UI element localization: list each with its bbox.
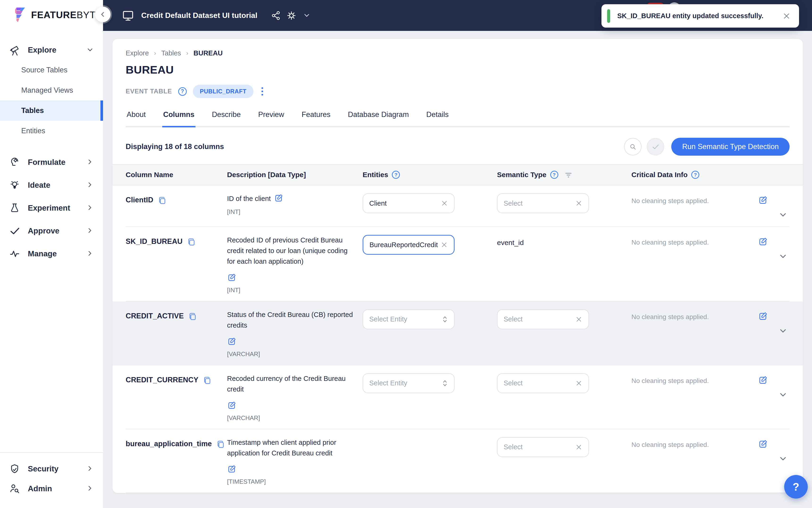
- sidebar-item-ideate[interactable]: Ideate: [0, 175, 103, 195]
- sidebar-item-formulate[interactable]: Formulate: [0, 152, 103, 172]
- sidebar-item-manage[interactable]: Manage: [0, 244, 103, 264]
- gear-icon[interactable]: [286, 10, 297, 21]
- column-header: Description [Data Type]: [227, 171, 363, 179]
- edit-column-icon[interactable]: [758, 195, 768, 205]
- sidebar-item-security[interactable]: Security: [0, 459, 103, 479]
- description-cell: Recoded ID of previous Credit Bureau cre…: [227, 235, 356, 294]
- column-name-cell: ClientID: [126, 194, 227, 219]
- updown-chevron-icon: [442, 315, 448, 323]
- semantic-type-select[interactable]: Select: [497, 194, 589, 213]
- expand-row-icon[interactable]: [779, 252, 787, 261]
- share-icon[interactable]: [271, 10, 281, 21]
- help-icon[interactable]: ?: [550, 171, 558, 179]
- edit-description-icon[interactable]: [227, 464, 236, 474]
- close-icon[interactable]: [782, 12, 791, 20]
- sidebar-item-tables[interactable]: Tables: [0, 100, 103, 121]
- breadcrumb-item[interactable]: Tables: [161, 49, 181, 57]
- edit-column-icon[interactable]: [758, 311, 768, 321]
- copy-icon[interactable]: [187, 237, 196, 246]
- chevron-down-icon[interactable]: [303, 12, 310, 19]
- help-fab-button[interactable]: ?: [784, 475, 808, 499]
- clear-semantic-icon[interactable]: [575, 443, 582, 451]
- workspace-title: Credit Default Dataset UI tutorial: [141, 11, 258, 20]
- copy-icon[interactable]: [216, 439, 225, 449]
- semantic-type-select[interactable]: Select: [497, 437, 589, 457]
- sidebar-item-entities[interactable]: Entities: [0, 121, 103, 141]
- edit-description-icon[interactable]: [227, 401, 236, 410]
- sidebar-item-label: Admin: [28, 484, 87, 493]
- semantic-type-select[interactable]: Select: [497, 373, 589, 393]
- entity-chip[interactable]: Client: [363, 194, 455, 213]
- sidebar-item-managed-views[interactable]: Managed Views: [0, 80, 103, 100]
- help-icon[interactable]: ?: [691, 171, 699, 179]
- edit-description-icon[interactable]: [274, 194, 283, 203]
- sidebar-item-approve[interactable]: Approve: [0, 221, 103, 241]
- sidebar-item-source-tables[interactable]: Source Tables: [0, 60, 103, 80]
- tab-features[interactable]: Features: [301, 111, 331, 127]
- remove-entity-icon[interactable]: [441, 200, 448, 207]
- tab-details[interactable]: Details: [425, 111, 450, 127]
- entity-select[interactable]: Select Entity: [363, 373, 455, 393]
- table-row: bureau_application_time Timestamp when c…: [126, 429, 790, 493]
- column-description: ID of the client: [227, 195, 271, 202]
- semantic-type-select[interactable]: Select: [497, 309, 589, 329]
- edit-column-icon[interactable]: [758, 375, 768, 385]
- shield-icon: [9, 463, 20, 474]
- breadcrumb-separator: ›: [154, 49, 156, 57]
- tab-about[interactable]: About: [126, 111, 147, 127]
- column-name: CREDIT_ACTIVE: [126, 312, 184, 320]
- help-icon[interactable]: ?: [392, 171, 400, 179]
- tab-describe[interactable]: Describe: [211, 111, 242, 127]
- column-header: Column Name: [126, 171, 227, 179]
- column-header: Critical Data Info?: [631, 171, 742, 179]
- critical-data-info: No cleaning steps applied.: [631, 197, 709, 205]
- tab-preview[interactable]: Preview: [257, 111, 285, 127]
- search-button[interactable]: [624, 138, 641, 156]
- edit-description-icon[interactable]: [227, 337, 236, 346]
- semantic-select-placeholder: Select: [504, 315, 575, 323]
- clear-semantic-icon[interactable]: [575, 380, 582, 387]
- run-semantic-type-detection-button[interactable]: Run Semantic Type Detection: [671, 138, 790, 156]
- clear-semantic-icon[interactable]: [575, 200, 582, 207]
- help-icon[interactable]: ?: [178, 87, 187, 96]
- expand-row-icon[interactable]: [779, 211, 787, 219]
- sidebar-item-explore[interactable]: Explore: [0, 40, 103, 60]
- displaying-count: Displaying 18 of 18 columns: [126, 142, 224, 151]
- confirm-button[interactable]: [647, 138, 664, 156]
- tab-database-diagram[interactable]: Database Diagram: [347, 111, 410, 127]
- copy-icon[interactable]: [188, 312, 197, 321]
- clear-semantic-icon[interactable]: [575, 316, 582, 323]
- sidebar-item-experiment[interactable]: Experiment: [0, 198, 103, 218]
- sidebar-collapse-button[interactable]: [95, 7, 110, 22]
- edit-description-icon[interactable]: [227, 273, 236, 282]
- critical-data-info: No cleaning steps applied.: [631, 441, 709, 448]
- tab-columns[interactable]: Columns: [162, 111, 195, 127]
- remove-entity-icon[interactable]: [441, 241, 448, 248]
- sidebar-item-admin[interactable]: Admin: [0, 479, 103, 499]
- column-name-cell: SK_ID_BUREAU: [126, 235, 227, 294]
- breadcrumb-item[interactable]: Explore: [126, 49, 149, 57]
- semantic-type-cell: Select: [497, 373, 631, 422]
- data-type: [TIMESTAMP]: [227, 478, 356, 485]
- expand-row-icon[interactable]: [779, 327, 787, 335]
- entity-select[interactable]: Select Entity: [363, 309, 455, 329]
- edit-column-icon[interactable]: [758, 237, 768, 247]
- table-detail-card: Explore›Tables›BUREAU BUREAU EVENT TABLE…: [112, 39, 803, 493]
- toast-notification: SK_ID_BUREAU entity updated successfully…: [601, 4, 799, 28]
- copy-icon[interactable]: [202, 376, 212, 385]
- entity-name: Client: [369, 200, 441, 207]
- table-type-label: EVENT TABLE: [126, 88, 172, 95]
- column-name: SK_ID_BUREAU: [126, 237, 182, 246]
- column-header: Entities?: [363, 171, 497, 179]
- critical-data-info-cell: No cleaning steps applied.: [631, 194, 742, 219]
- filter-icon[interactable]: [565, 171, 573, 178]
- critical-data-info-cell: No cleaning steps applied.: [631, 373, 742, 422]
- entity-chip[interactable]: BureauReportedCredit: [363, 235, 455, 255]
- expand-row-icon[interactable]: [779, 455, 787, 463]
- expand-row-icon[interactable]: [779, 391, 787, 399]
- edit-column-icon[interactable]: [758, 439, 768, 449]
- copy-icon[interactable]: [157, 196, 167, 205]
- sidebar-item-label: Manage: [28, 249, 87, 258]
- kebab-menu-icon[interactable]: [260, 86, 265, 96]
- monitor-icon: [122, 9, 134, 22]
